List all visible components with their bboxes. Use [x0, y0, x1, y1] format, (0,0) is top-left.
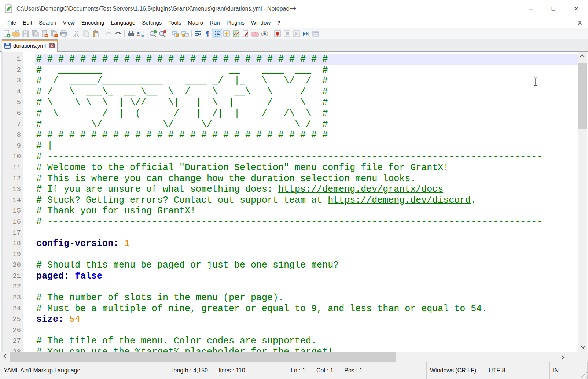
zoom-in-icon[interactable] — [148, 29, 158, 38]
horizontal-scrollbar[interactable] — [0, 352, 588, 362]
tab-durations-yml[interactable]: durations.yml × — [2, 39, 58, 52]
code-line-6[interactable]: # \______ /__| (____ /___| /|__| /___/\ … — [36, 108, 577, 119]
macro-run-multiple-icon[interactable] — [301, 29, 311, 38]
bookmark-margin[interactable] — [1, 52, 3, 352]
macro-stop-icon[interactable] — [282, 29, 292, 38]
code-line-7[interactable]: # \/ \/ \/ \_/ # — [36, 119, 577, 130]
tab-close-icon[interactable]: × — [49, 43, 55, 48]
horizontal-scroll-thumb[interactable] — [10, 352, 396, 362]
hyperlink[interactable]: https://demeng.dev/grantx/docs — [278, 184, 443, 195]
line-number[interactable]: 25 — [3, 314, 21, 325]
cut-icon[interactable] — [72, 29, 81, 38]
code-line-17[interactable] — [36, 228, 577, 239]
word-wrap-icon[interactable] — [193, 29, 203, 38]
print-icon[interactable] — [59, 29, 69, 38]
vertical-scrollbar[interactable] — [578, 52, 587, 352]
code-line-2[interactable]: # ________ __ ____ ___ # — [36, 65, 577, 76]
menu-help[interactable]: ? — [274, 18, 283, 27]
close-file-icon[interactable] — [40, 29, 49, 38]
hyperlink[interactable]: https://demeng.dev/discord — [328, 195, 471, 206]
line-number[interactable]: 17 — [3, 228, 21, 239]
vertical-scroll-thumb[interactable] — [578, 63, 587, 129]
line-number[interactable]: 22 — [3, 282, 21, 292]
line-number[interactable]: 2 — [3, 65, 21, 76]
show-indent-guide-icon[interactable] — [212, 29, 222, 38]
close-all-files-icon[interactable] — [49, 29, 59, 38]
code-line-16[interactable]: # --------------------------------------… — [36, 217, 577, 228]
code-line-10[interactable]: # --------------------------------------… — [36, 151, 577, 162]
line-number[interactable]: 4 — [3, 87, 21, 97]
line-number[interactable]: 23 — [3, 292, 21, 303]
menu-file[interactable]: File — [4, 18, 19, 27]
redo-icon[interactable] — [113, 29, 123, 38]
document-map-icon[interactable] — [231, 29, 241, 38]
line-number[interactable]: 21 — [3, 271, 21, 282]
code-line-13[interactable]: # If you are unsure of what something do… — [36, 184, 577, 195]
minimize-button[interactable]: – — [519, 0, 542, 17]
menu-window[interactable]: Window — [248, 18, 274, 27]
menu-close-document-icon[interactable]: X — [578, 19, 582, 26]
open-file-icon[interactable] — [11, 29, 21, 38]
line-number[interactable]: 6 — [3, 108, 21, 119]
macro-play-icon[interactable] — [292, 29, 301, 38]
code-line-15[interactable]: # Thank you for using GrantX! — [36, 206, 577, 217]
menu-edit[interactable]: Edit — [19, 18, 36, 27]
menu-run[interactable]: Run — [206, 18, 223, 27]
scroll-up-button[interactable] — [578, 52, 587, 61]
code-line-26[interactable] — [36, 325, 577, 336]
line-number[interactable]: 16 — [3, 217, 21, 228]
code-line-8[interactable]: # # # # # # # # # # # # # # # # # # # # … — [36, 130, 577, 141]
menu-tools[interactable]: Tools — [165, 18, 184, 27]
line-number[interactable]: 26 — [3, 325, 21, 336]
code-line-12[interactable]: # This is where you can change how the d… — [36, 173, 577, 184]
code-line-3[interactable]: # / _____/___________ ____ _/ |_ \ \/ / … — [36, 76, 577, 87]
line-number[interactable]: 28 — [3, 347, 21, 352]
save-all-icon[interactable] — [30, 29, 40, 38]
folder-as-workspace-icon[interactable] — [250, 29, 260, 38]
scroll-down-button[interactable] — [578, 342, 587, 352]
status-encoding[interactable]: UTF-8 — [489, 367, 505, 374]
menu-search[interactable]: Search — [36, 18, 60, 27]
zoom-out-icon[interactable] — [158, 29, 168, 38]
status-eol-format[interactable]: Windows (CR LF) — [430, 367, 476, 374]
scroll-left-button[interactable] — [1, 352, 10, 362]
code-line-20[interactable]: # Should this menu be paged or just be o… — [36, 260, 577, 271]
resize-grip[interactable] — [581, 372, 587, 378]
line-number[interactable]: 27 — [3, 336, 21, 347]
sync-horizontal-scroll-icon[interactable] — [180, 29, 190, 38]
code-line-23[interactable]: # The number of slots in the menu (per p… — [36, 292, 577, 303]
menu-macro[interactable]: Macro — [184, 18, 206, 27]
replace-icon[interactable]: ab — [136, 29, 145, 38]
line-number[interactable]: 1 — [3, 54, 21, 65]
line-number[interactable]: 9 — [3, 141, 21, 152]
code-line-4[interactable]: # / \ ___\_ __ \__ \ / \ __\ \ / # — [36, 87, 577, 97]
line-number[interactable]: 10 — [3, 151, 21, 162]
line-number[interactable]: 20 — [3, 260, 21, 271]
code-line-25[interactable]: size: 54 — [36, 314, 577, 325]
paste-icon[interactable] — [91, 29, 100, 38]
line-number[interactable]: 7 — [3, 119, 21, 130]
macro-record-icon[interactable] — [273, 29, 282, 38]
maximize-button[interactable]: □ — [542, 0, 565, 17]
code-line-1[interactable]: # # # # # # # # # # # # # # # # # # # # … — [36, 54, 577, 65]
code-line-27[interactable]: # The title of the menu. Color codes are… — [36, 336, 577, 347]
menu-encoding[interactable]: Encoding — [78, 18, 108, 27]
copy-icon[interactable] — [81, 29, 91, 38]
close-button[interactable]: × — [565, 0, 588, 17]
sync-vertical-scroll-icon[interactable] — [171, 29, 180, 38]
code-line-18[interactable]: config-version: 1 — [36, 238, 577, 249]
line-number-gutter[interactable]: 1234567891011121314151617181920212223242… — [3, 54, 23, 352]
menu-view[interactable]: View — [60, 18, 78, 27]
find-icon[interactable] — [126, 29, 136, 38]
menu-language[interactable]: Language — [107, 18, 139, 27]
line-number[interactable]: 12 — [3, 173, 21, 184]
scroll-right-button[interactable] — [558, 352, 567, 362]
code-line-24[interactable]: # Must be a multiple of nine, greater or… — [36, 303, 577, 314]
line-number[interactable]: 14 — [3, 195, 21, 206]
code-line-11[interactable]: # Welcome to the official "Duration Sele… — [36, 162, 577, 173]
line-number[interactable]: 5 — [3, 97, 21, 108]
code-line-21[interactable]: paged: false — [36, 271, 577, 282]
line-number[interactable]: 24 — [3, 303, 21, 314]
menu-settings[interactable]: Settings — [139, 18, 165, 27]
line-number[interactable]: 3 — [3, 76, 21, 87]
